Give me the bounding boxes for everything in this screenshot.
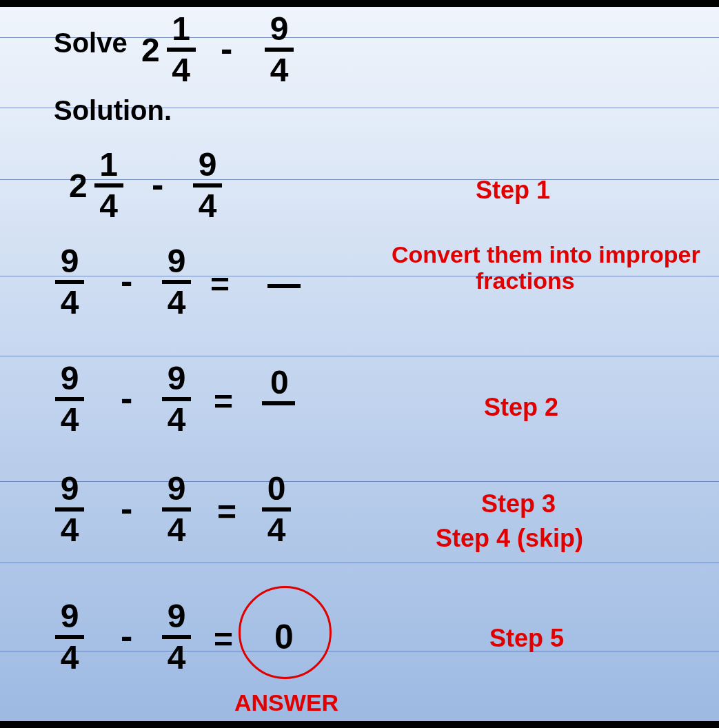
row1-rhs: 9 4 (193, 148, 222, 223)
equals-sign: = (214, 383, 233, 421)
equals-sign: = (217, 493, 236, 531)
denominator: 4 (165, 514, 189, 547)
numerator: 9 (58, 472, 82, 505)
row4-result: 0 4 (262, 472, 291, 547)
row3-lhs: 9 4 (55, 362, 84, 436)
step3-label: Step 3 (481, 489, 556, 518)
equals-sign: = (210, 265, 230, 303)
row2-lhs: 9 4 (55, 245, 84, 319)
fraction: 9 4 (55, 600, 84, 674)
row3-result-numerator: 0 (270, 363, 289, 401)
blank-result-bar (267, 284, 301, 288)
step1-label: Step 1 (476, 176, 550, 205)
problem-mixed-fraction: 2 1 4 (141, 12, 196, 87)
fraction: 9 4 (55, 245, 84, 319)
answer-label: ANSWER (234, 689, 338, 716)
row4-lhs: 9 4 (55, 472, 84, 547)
fraction: 9 4 (162, 362, 191, 436)
numerator: 9 (196, 148, 220, 181)
rule-line (0, 276, 719, 276)
numerator: 9 (165, 362, 189, 395)
denominator: 4 (169, 54, 193, 87)
minus-operator: - (152, 163, 163, 205)
numerator: 9 (165, 600, 189, 633)
denominator: 4 (165, 286, 189, 319)
minus-operator: - (221, 28, 232, 69)
whole-number: 2 (141, 31, 160, 69)
numerator: 1 (97, 148, 121, 181)
minus-operator: - (121, 377, 132, 418)
fraction: 1 4 (94, 148, 123, 223)
numerator: 9 (58, 245, 82, 278)
step4-label: Step 4 (skip) (436, 524, 583, 553)
solution-label: Solution. (54, 95, 172, 126)
fraction: 9 4 (265, 12, 294, 87)
numerator: 9 (58, 600, 82, 633)
row2-rhs: 9 4 (162, 245, 191, 319)
step2-label: Step 2 (484, 393, 558, 422)
minus-operator: - (121, 260, 132, 301)
fraction: 9 4 (55, 472, 84, 547)
fraction: 9 4 (162, 600, 191, 674)
denominator: 4 (165, 641, 189, 674)
numerator: 9 (58, 362, 82, 395)
fraction: 9 4 (55, 362, 84, 436)
denominator: 4 (265, 514, 289, 547)
denominator: 4 (58, 514, 82, 547)
step1-desc-line2: fractions (476, 267, 575, 294)
row4-rhs: 9 4 (162, 472, 191, 547)
denominator: 4 (196, 190, 220, 223)
numerator: 9 (165, 472, 189, 505)
denominator: 4 (165, 403, 189, 436)
denominator: 4 (267, 54, 292, 87)
answer-circle (239, 586, 332, 679)
row3-result-bar (262, 401, 295, 405)
row1-lhs: 2 1 4 (69, 148, 123, 223)
fraction: 1 4 (167, 12, 196, 87)
fraction: 9 4 (162, 472, 191, 547)
step5-label: Step 5 (489, 624, 564, 653)
numerator: 9 (165, 245, 189, 278)
rule-line (0, 651, 719, 651)
numerator: 9 (267, 12, 292, 46)
denominator: 4 (58, 403, 82, 436)
rule-line (0, 356, 719, 356)
solve-label: Solve (54, 28, 128, 59)
rule-line (0, 563, 719, 563)
fraction: 9 4 (162, 245, 191, 319)
fraction: 9 4 (193, 148, 222, 223)
row3-rhs: 9 4 (162, 362, 191, 436)
denominator: 4 (97, 190, 121, 223)
bottom-border (0, 721, 719, 728)
minus-operator: - (121, 615, 132, 656)
row5-lhs: 9 4 (55, 600, 84, 674)
denominator: 4 (58, 286, 82, 319)
rule-line (0, 481, 719, 482)
fraction: 0 4 (262, 472, 291, 547)
row5-rhs: 9 4 (162, 600, 191, 674)
denominator: 4 (58, 641, 82, 674)
top-border (0, 0, 719, 7)
numerator: 0 (265, 472, 289, 505)
step1-desc-line1: Convert them into improper (392, 241, 700, 268)
minus-operator: - (121, 487, 132, 529)
numerator: 1 (169, 12, 193, 46)
equals-sign: = (214, 620, 233, 658)
problem-rhs-fraction: 9 4 (265, 12, 294, 87)
whole-number: 2 (69, 167, 88, 205)
